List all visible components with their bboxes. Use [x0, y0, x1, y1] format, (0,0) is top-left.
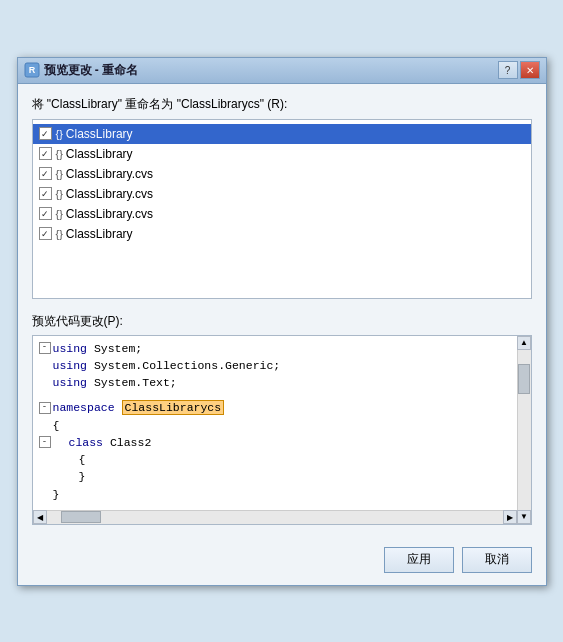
vertical-scrollbar[interactable]: ▲ ▼ [517, 336, 531, 524]
braces-icon-2: {} [56, 148, 63, 160]
help-button[interactable]: ? [498, 61, 518, 79]
checkbox-5[interactable] [39, 207, 52, 220]
code-text-1: using System; [53, 340, 143, 357]
rename-description: 将 "ClassLibrary" 重命名为 "ClassLibrarycs" (… [32, 96, 532, 113]
scroll-up-arrow[interactable]: ▲ [517, 336, 531, 350]
code-panel[interactable]: - using System; using System.Collections… [33, 336, 531, 524]
code-line-4 [39, 391, 513, 399]
dialog-icon: R [24, 62, 40, 78]
code-text-10: } [53, 486, 60, 503]
horizontal-scrollbar[interactable]: ◀ ▶ [33, 510, 517, 524]
scroll-left-arrow[interactable]: ◀ [33, 510, 47, 524]
checkbox-4[interactable] [39, 187, 52, 200]
braces-icon-5: {} [56, 208, 63, 220]
code-line-8: { [39, 451, 513, 468]
cancel-button[interactable]: 取消 [462, 547, 532, 573]
braces-icon-1: {} [56, 128, 63, 140]
code-text-7: class Class2 [53, 434, 152, 451]
dialog-footer: 应用 取消 [18, 537, 546, 585]
scroll-down-arrow[interactable]: ▼ [517, 510, 531, 524]
item-label-6: ClassLibrary [66, 227, 133, 241]
code-line-3: using System.Text; [39, 374, 513, 391]
tree-item-4[interactable]: {} ClassLibrary.cvs [33, 184, 531, 204]
code-line-2: using System.Collections.Generic; [39, 357, 513, 374]
checkbox-1[interactable] [39, 127, 52, 140]
title-bar: R 预览更改 - 重命名 ? ✕ [18, 58, 546, 84]
code-line-9: } [39, 468, 513, 485]
tree-panel[interactable]: {} ClassLibrary {} ClassLibrary {} Class… [32, 119, 532, 299]
title-controls: ? ✕ [498, 61, 540, 79]
tree-item-6[interactable]: {} ClassLibrary [33, 224, 531, 244]
tree-item-1[interactable]: {} ClassLibrary [33, 124, 531, 144]
svg-text:R: R [28, 65, 35, 75]
item-label-4: ClassLibrary.cvs [66, 187, 153, 201]
scroll-thumb-h[interactable] [61, 511, 101, 523]
code-text-3: using System.Text; [53, 374, 177, 391]
expand-btn-7[interactable]: - [39, 436, 51, 448]
code-line-1: - using System; [39, 340, 513, 357]
item-label-5: ClassLibrary.cvs [66, 207, 153, 221]
dialog-body: 将 "ClassLibrary" 重命名为 "ClassLibrarycs" (… [18, 84, 546, 537]
checkbox-3[interactable] [39, 167, 52, 180]
namespace-highlight: ClassLibrarycs [122, 400, 225, 415]
code-text-5: namespace ClassLibrarycs [53, 399, 225, 416]
code-line-7: - class Class2 [39, 434, 513, 451]
braces-icon-6: {} [56, 228, 63, 240]
dialog-window: R 预览更改 - 重命名 ? ✕ 将 "ClassLibrary" 重命名为 "… [17, 57, 547, 586]
tree-item-3[interactable]: {} ClassLibrary.cvs [33, 164, 531, 184]
item-label-2: ClassLibrary [66, 147, 133, 161]
code-text-2: using System.Collections.Generic; [53, 357, 281, 374]
braces-icon-4: {} [56, 188, 63, 200]
code-panel-wrapper: - using System; using System.Collections… [32, 335, 532, 525]
tree-item-5[interactable]: {} ClassLibrary.cvs [33, 204, 531, 224]
apply-button[interactable]: 应用 [384, 547, 454, 573]
item-label-1: ClassLibrary [66, 127, 133, 141]
code-line-6: { [39, 417, 513, 434]
checkbox-2[interactable] [39, 147, 52, 160]
code-section-label: 预览代码更改(P): [32, 313, 532, 330]
code-line-10: } [39, 486, 513, 503]
scroll-right-arrow[interactable]: ▶ [503, 510, 517, 524]
checkbox-6[interactable] [39, 227, 52, 240]
dialog-title: 预览更改 - 重命名 [44, 62, 139, 79]
code-text-6: { [53, 417, 60, 434]
tree-item-2[interactable]: {} ClassLibrary [33, 144, 531, 164]
scroll-thumb-v[interactable] [518, 364, 530, 394]
expand-btn-5[interactable]: - [39, 402, 51, 414]
title-bar-left: R 预览更改 - 重命名 [24, 62, 139, 79]
item-label-3: ClassLibrary.cvs [66, 167, 153, 181]
code-text-9: } [53, 468, 86, 485]
code-line-5: - namespace ClassLibrarycs [39, 399, 513, 416]
braces-icon-3: {} [56, 168, 63, 180]
expand-btn-1[interactable]: - [39, 342, 51, 354]
close-button[interactable]: ✕ [520, 61, 540, 79]
code-text-8: { [53, 451, 86, 468]
